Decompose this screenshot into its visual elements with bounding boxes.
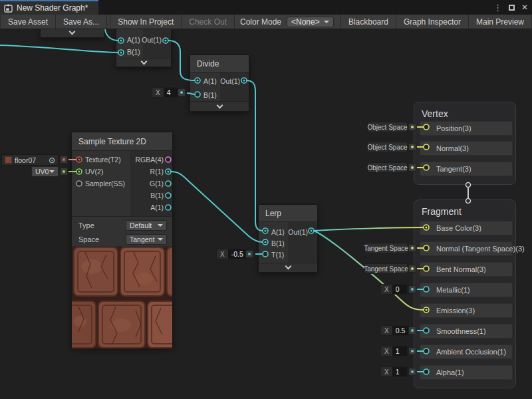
block-ambient-occlusion[interactable]: Ambient Occlusion(1) xyxy=(420,344,513,359)
divide-b-default-field[interactable]: X 4 xyxy=(152,87,179,98)
expand-chevron-bar[interactable] xyxy=(259,263,317,272)
chevron-down-icon xyxy=(158,238,163,241)
vector3-port-dot xyxy=(411,247,414,249)
port-label-g: G(1) xyxy=(130,178,172,190)
texture-preview xyxy=(72,247,172,348)
metallic-default-field[interactable]: X 0 xyxy=(380,284,408,295)
texture-thumbnail xyxy=(5,156,12,164)
port-label-a: A(1) xyxy=(190,74,220,88)
node-divide[interactable]: Divide A(1) B(1) Out(1) xyxy=(190,55,249,112)
lerp-t-default-field[interactable]: X -0.5 xyxy=(216,249,247,259)
x-component-value[interactable]: 0 xyxy=(392,285,407,294)
bent-normal-space-pill: Tangent Space xyxy=(364,263,408,274)
expand-chevron-bar[interactable] xyxy=(41,29,104,37)
port-connector-box xyxy=(60,168,68,176)
port-connector-box xyxy=(408,347,416,355)
port-connector-box xyxy=(408,368,416,376)
save-asset-button[interactable]: Save Asset xyxy=(0,15,56,29)
node-op-partial[interactable]: A(1) B(1) Out(1) xyxy=(116,29,172,67)
x-component-value[interactable]: 1 xyxy=(392,367,407,376)
node-sample-texture-2d[interactable]: Sample Texture 2D Texture(T2) UV(2) Samp… xyxy=(71,132,173,348)
chevron-down-icon xyxy=(216,102,223,108)
node-collapsed-partial[interactable] xyxy=(40,29,104,38)
port-label-b: B(1) xyxy=(130,190,172,201)
show-in-project-button[interactable]: Show In Project xyxy=(110,15,182,29)
smoothness-default-field[interactable]: X 0.5 xyxy=(380,325,409,336)
x-component-value[interactable]: 1 xyxy=(392,346,407,356)
tab-bar: New Shader Graph* ⋮ ✕ xyxy=(0,0,532,15)
type-label: Type xyxy=(72,221,94,229)
port-label-out: Out(1) xyxy=(143,34,171,46)
space-dropdown[interactable]: Tangent xyxy=(126,234,167,245)
texture-port-dot xyxy=(63,158,65,161)
color-mode-dropdown[interactable]: <None> xyxy=(287,17,334,27)
float-port-dot xyxy=(411,350,414,352)
block-alpha[interactable]: Alpha(1) xyxy=(420,365,513,380)
x-component-value[interactable]: 0.5 xyxy=(392,326,409,335)
block-tangent[interactable]: Tangent(3) xyxy=(420,162,513,176)
block-normal-ts[interactable]: Normal (Tangent Space)(3) xyxy=(420,241,513,256)
vector3-port-dot xyxy=(411,166,414,169)
port-label-b: B(1) xyxy=(116,46,143,58)
shader-graph-window: New Shader Graph* ⋮ ✕ Save Asset Save As… xyxy=(0,0,532,399)
object-picker-icon[interactable]: ⊙ xyxy=(49,156,55,164)
block-metallic[interactable]: Metallic(1) xyxy=(420,283,513,297)
expand-chevron-bar[interactable] xyxy=(190,101,249,111)
fragment-stack[interactable]: Fragment Base Color(3) Normal (Tangent S… xyxy=(414,200,516,388)
port-label-a: A(1) xyxy=(130,201,172,213)
color-mode-value: <None> xyxy=(291,17,320,27)
expand-chevron-bar[interactable] xyxy=(116,58,171,66)
vertex-stack[interactable]: Vertex Position(3) Normal(3) Tangent(3) xyxy=(414,102,516,185)
block-emission[interactable]: Emission(3) xyxy=(420,303,513,318)
tab-new-shader-graph[interactable]: New Shader Graph* xyxy=(0,0,98,15)
check-out-button[interactable]: Check Out xyxy=(182,15,235,29)
uv-channel-dropdown[interactable]: UV0 xyxy=(31,166,59,177)
x-component-label: X xyxy=(381,348,392,355)
texture-object-field[interactable]: floor07 ⊙ xyxy=(1,154,59,166)
vector3-port-dot xyxy=(411,267,414,270)
block-normal[interactable]: Normal(3) xyxy=(420,141,513,156)
block-base-color[interactable]: Base Color(3) xyxy=(420,221,513,235)
x-component-value[interactable]: -0.5 xyxy=(228,249,247,259)
block-position[interactable]: Position(3) xyxy=(420,121,513,136)
close-icon[interactable]: ✕ xyxy=(521,3,528,11)
edge-sample-r-to-lerp-b[interactable] xyxy=(171,172,263,242)
port-label-a: A(1) xyxy=(259,226,288,237)
x-component-label: X xyxy=(381,368,392,376)
space-label: Space xyxy=(72,235,99,243)
shader-graph-asset-icon xyxy=(4,4,13,13)
edge-left-to-op-b[interactable] xyxy=(0,45,118,53)
port-label-texture: Texture(T2) xyxy=(72,154,130,166)
normal-ts-space-pill: Tangent Space xyxy=(364,243,408,253)
more-menu-icon[interactable]: ⋮ xyxy=(493,3,502,12)
port-label-t: T(1) xyxy=(259,249,288,260)
port-connector-box xyxy=(60,156,68,164)
port-connector-box xyxy=(408,285,416,293)
float-port-dot xyxy=(411,288,414,291)
block-bent-normal[interactable]: Bent Normal(3) xyxy=(420,262,513,277)
chevron-down-icon xyxy=(285,263,291,270)
port-label-out: Out(1) xyxy=(220,74,249,88)
save-as-button[interactable]: Save As... xyxy=(56,15,107,29)
graph-inspector-toggle[interactable]: Graph Inspector xyxy=(396,15,469,29)
ambient-occlusion-default-field[interactable]: X 1 xyxy=(380,346,408,356)
node-lerp[interactable]: Lerp A(1) B(1) T(1) Out(1) xyxy=(258,204,318,273)
port-connector-box xyxy=(178,88,186,96)
alpha-default-field[interactable]: X 1 xyxy=(380,366,408,377)
x-component-label: X xyxy=(152,89,164,96)
node-title: Sample Texture 2D xyxy=(72,132,172,151)
maximize-icon[interactable] xyxy=(509,5,515,11)
graph-canvas[interactable]: A(1) B(1) Out(1) Divide A(1) B(1) Out xyxy=(0,29,532,399)
edge-lerp-out-to-base-color[interactable] xyxy=(314,227,424,231)
port-label-uv: UV(2) xyxy=(72,166,130,178)
node-title: Divide xyxy=(190,55,249,72)
window-controls: ⋮ ✕ xyxy=(493,0,532,15)
uv-port-dot xyxy=(63,170,65,173)
uv-channel-value: UV0 xyxy=(35,168,49,176)
x-component-value[interactable]: 4 xyxy=(164,88,178,97)
main-preview-toggle[interactable]: Main Preview xyxy=(469,15,532,29)
blackboard-toggle[interactable]: Blackboard xyxy=(340,15,396,29)
chevron-down-icon xyxy=(324,21,329,23)
type-dropdown[interactable]: Default xyxy=(126,220,167,231)
block-smoothness[interactable]: Smoothness(1) xyxy=(420,324,513,338)
